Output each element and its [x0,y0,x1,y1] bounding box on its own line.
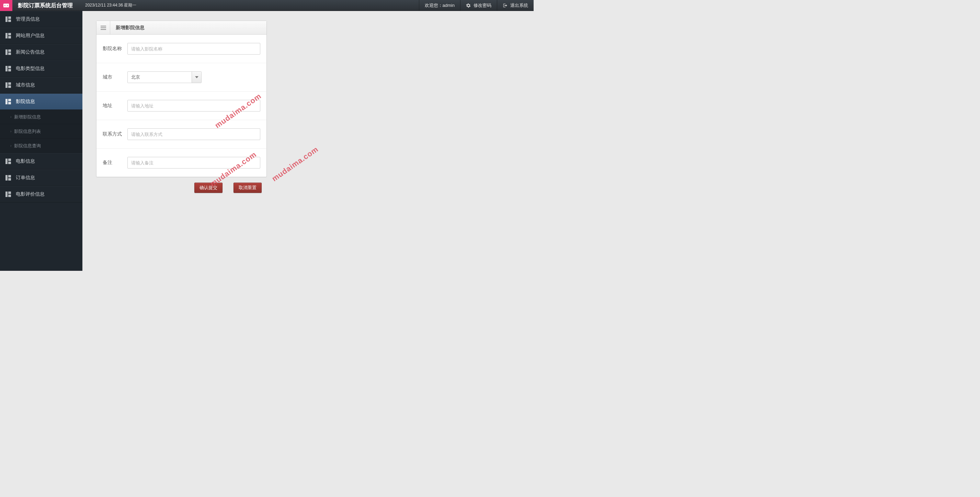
sidebar-submenu: › 新增影院信息 › 影院信息列表 › 影院信息查询 [0,110,83,153]
sidebar-item-label: 电影类型信息 [16,65,45,72]
form-row-address: 地址 [97,92,266,120]
sidebar-item-city[interactable]: 城市信息 [0,77,83,94]
content-area: 新增影院信息 影院名称 城市 北京 [83,11,534,271]
svg-rect-8 [8,36,11,38]
svg-rect-3 [5,16,8,22]
svg-rect-13 [8,66,11,68]
grid-icon [5,99,11,104]
sidebar-item-cinema[interactable]: 影院信息 [0,94,83,110]
form-actions: 确认提交 取消重置 [96,177,534,193]
svg-rect-21 [5,159,8,164]
welcome-prefix: 欢迎您： [425,2,442,9]
cinema-form: 影院名称 城市 北京 [97,35,266,177]
chevron-right-icon: › [10,129,11,133]
sidebar-item-label: 影院信息 [16,98,35,105]
sidebar-sub-cinema-list[interactable]: › 影院信息列表 [0,124,83,139]
sidebar-item-movie-type[interactable]: 电影类型信息 [0,60,83,77]
svg-rect-9 [5,49,8,55]
chevron-right-icon: › [10,144,11,148]
panel-title: 新增影院信息 [110,21,266,34]
sidebar-item-users[interactable]: 网站用户信息 [0,27,83,44]
contact-input[interactable] [127,129,260,140]
form-label-name: 影院名称 [103,46,127,52]
svg-rect-20 [8,102,11,104]
svg-rect-17 [8,86,11,88]
sidebar-item-label: 电影信息 [16,158,35,164]
svg-rect-19 [8,99,11,101]
change-password-button[interactable]: 修改密码 [460,0,497,11]
grid-icon [5,66,11,71]
username: admin [442,3,455,8]
form-row-contact: 联系方式 [97,120,266,149]
svg-rect-0 [3,3,9,7]
svg-rect-27 [5,192,8,197]
form-row-remark: 备注 [97,149,266,177]
header-right: 欢迎您： admin 修改密码 退出系统 [419,0,534,11]
svg-rect-4 [8,16,11,19]
panel-menu-button[interactable] [97,21,110,34]
panel-header: 新增影院信息 [97,21,266,35]
sidebar-sub-add-cinema[interactable]: › 新增影院信息 [0,110,83,124]
logout-icon [503,3,508,8]
sidebar: 管理员信息 网站用户信息 新闻公告信息 电影类型信息 城市信息 影院信息 › 新… [0,11,83,271]
svg-rect-30 [100,26,106,27]
header-left: 影院订票系统后台管理 2023/12/11 23:44:36 星期一 [0,0,136,11]
form-control: 北京 [127,71,260,83]
grid-icon [5,175,11,181]
sidebar-sub-label: 影院信息查询 [14,143,41,149]
gear-icon [466,3,471,8]
grid-icon [5,192,11,197]
hamburger-icon [100,26,106,30]
main-layout: 管理员信息 网站用户信息 新闻公告信息 电影类型信息 城市信息 影院信息 › 新… [0,11,534,271]
svg-rect-10 [8,49,11,52]
sidebar-item-label: 网站用户信息 [16,33,45,39]
svg-point-2 [7,5,8,5]
form-panel: 新增影院信息 影院名称 城市 北京 [96,21,267,177]
submit-button[interactable]: 确认提交 [194,183,223,193]
svg-rect-6 [5,33,8,38]
svg-rect-25 [8,175,11,178]
sidebar-item-label: 城市信息 [16,82,35,88]
welcome-text: 欢迎您： admin [419,0,460,11]
sidebar-item-review[interactable]: 电影评价信息 [0,186,83,203]
chevron-down-icon [195,76,199,78]
city-select-toggle[interactable] [192,72,201,83]
sidebar-item-order[interactable]: 订单信息 [0,170,83,186]
form-control [127,157,260,168]
form-control [127,129,260,140]
svg-rect-23 [8,162,11,164]
svg-rect-14 [8,69,11,71]
sidebar-item-admin[interactable]: 管理员信息 [0,11,83,27]
svg-point-1 [5,5,5,5]
svg-rect-15 [5,83,8,88]
grid-icon [5,49,11,55]
reset-button[interactable]: 取消重置 [234,183,262,193]
cinema-name-input[interactable] [127,43,260,55]
remark-input[interactable] [127,157,260,168]
app-logo [0,0,12,11]
svg-rect-16 [8,83,11,85]
sidebar-sub-cinema-query[interactable]: › 影院信息查询 [0,139,83,153]
form-label-remark: 备注 [103,160,127,166]
svg-rect-28 [8,192,11,194]
logout-label: 退出系统 [510,2,528,9]
form-label-contact: 联系方式 [103,131,127,137]
svg-rect-12 [5,66,8,71]
svg-rect-7 [8,33,11,35]
change-password-label: 修改密码 [474,2,492,9]
sidebar-item-label: 电影评价信息 [16,191,45,197]
sidebar-item-movie[interactable]: 电影信息 [0,153,83,170]
logout-button[interactable]: 退出系统 [497,0,534,11]
grid-icon [5,159,11,164]
chevron-right-icon: › [10,115,11,119]
address-input[interactable] [127,100,260,111]
form-control [127,43,260,55]
city-select[interactable]: 北京 [127,71,202,83]
sidebar-item-label: 管理员信息 [16,16,40,22]
svg-rect-24 [5,175,8,181]
form-row-city: 城市 北京 [97,63,266,92]
svg-rect-11 [8,52,11,55]
top-header: 影院订票系统后台管理 2023/12/11 23:44:36 星期一 欢迎您： … [0,0,534,11]
svg-rect-22 [8,159,11,161]
sidebar-item-news[interactable]: 新闻公告信息 [0,44,83,60]
